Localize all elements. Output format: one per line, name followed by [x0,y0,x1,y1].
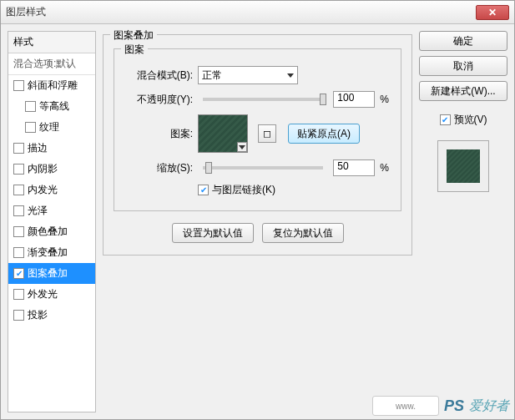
preview-label: 预览(V) [454,113,487,127]
slider-thumb[interactable] [205,162,212,174]
style-checkbox[interactable] [13,247,24,258]
chevron-down-icon[interactable] [237,142,247,152]
opacity-input[interactable]: 100 [333,91,375,108]
preview-row: 预览(V) [419,113,507,127]
style-item-label: 投影 [28,308,48,322]
close-icon: ✕ [488,7,497,18]
style-checkbox[interactable] [13,289,24,300]
style-item-label: 描边 [28,141,48,155]
section-title: 图案叠加 [110,28,157,43]
default-buttons: 设置为默认值 复位为默认值 [114,223,401,243]
scale-row: 缩放(S): 50 % [126,159,389,176]
new-preset-button[interactable]: ◻ [258,124,276,143]
style-item-label: 颜色叠加 [28,225,68,239]
snap-to-origin-button[interactable]: 贴紧原点(A) [288,124,360,144]
link-checkbox[interactable] [198,185,209,195]
scale-slider[interactable] [203,166,323,170]
style-checkbox[interactable] [13,205,24,216]
style-item[interactable]: 内阴影 [8,159,95,180]
pattern-label: 图案: [126,127,193,141]
style-item[interactable]: 纹理 [8,117,95,138]
blend-mode-select[interactable]: 正常 [198,66,298,84]
style-item[interactable]: 投影 [8,305,95,326]
blending-options-item[interactable]: 混合选项:默认 [8,53,95,75]
scale-label: 缩放(S): [126,161,193,175]
style-item[interactable]: 等高线 [8,96,95,117]
style-checkbox[interactable] [13,143,24,154]
style-item[interactable]: 图案叠加 [8,263,95,284]
style-item-label: 内发光 [28,183,58,197]
arrow-icon [239,145,245,149]
ok-button[interactable]: 确定 [419,31,507,51]
style-checkbox[interactable] [13,80,24,91]
style-item-label: 纹理 [39,120,59,134]
style-item-label: 等高线 [39,99,69,114]
blend-mode-value: 正常 [202,68,222,83]
titlebar: 图层样式 ✕ [1,1,514,24]
style-item[interactable]: 颜色叠加 [8,221,95,242]
style-checkbox[interactable] [25,122,36,133]
reset-default-button[interactable]: 复位为默认值 [262,223,344,243]
make-default-button[interactable]: 设置为默认值 [172,223,254,243]
cancel-button[interactable]: 取消 [419,56,507,76]
slider-thumb[interactable] [320,94,326,105]
link-with-layer-row: 与图层链接(K) [198,183,389,197]
pattern-picker[interactable] [198,114,248,153]
blend-mode-label: 混合模式(B): [126,68,193,83]
style-checkbox[interactable] [25,101,36,112]
style-item-label: 内阴影 [28,162,58,176]
new-style-button[interactable]: 新建样式(W)... [419,81,507,101]
style-item[interactable]: 光泽 [8,200,95,221]
blend-mode-row: 混合模式(B): 正常 [126,66,389,84]
link-label: 与图层链接(K) [212,183,275,197]
style-item[interactable]: 斜面和浮雕 [8,75,95,96]
right-panel: 确定 取消 新建样式(W)... 预览(V) [419,31,507,412]
watermark-text: 爱好者 [469,397,509,415]
style-checkbox[interactable] [13,268,24,279]
pattern-row: 图案: ◻ 贴紧原点(A) [126,114,389,153]
style-checkbox[interactable] [13,310,24,321]
style-checkbox[interactable] [13,164,24,175]
scale-input[interactable]: 50 [333,159,375,176]
layer-style-dialog: 图层样式 ✕ 样式 混合选项:默认 斜面和浮雕等高线纹理描边内阴影内发光光泽颜色… [0,0,515,420]
percent-label: % [380,162,389,174]
new-preset-icon: ◻ [263,128,271,139]
style-item-label: 渐变叠加 [28,245,68,260]
watermark-ps: PS [444,397,464,415]
style-item-label: 图案叠加 [28,266,68,281]
preview-thumbnail [437,140,489,192]
opacity-row: 不透明度(Y): 100 % [126,91,389,108]
window-title: 图层样式 [6,5,46,19]
style-item[interactable]: 渐变叠加 [8,242,95,263]
styles-header[interactable]: 样式 [8,32,95,53]
preview-checkbox[interactable] [440,114,451,125]
watermark: www. PS 爱好者 [372,396,509,416]
watermark-logo: www. [372,396,439,416]
pattern-group: 图案 混合模式(B): 正常 不透明度(Y): 100 [114,48,401,211]
style-checkbox[interactable] [13,185,24,195]
style-item-label: 光泽 [28,204,48,218]
chevron-down-icon [287,73,294,78]
close-button[interactable]: ✕ [476,5,509,20]
pattern-overlay-section: 图案叠加 图案 混合模式(B): 正常 不透明度(Y): [103,34,412,256]
style-item[interactable]: 内发光 [8,180,95,200]
style-checkbox[interactable] [13,226,24,237]
style-item-label: 斜面和浮雕 [28,78,78,93]
opacity-label: 不透明度(Y): [126,93,193,107]
opacity-slider[interactable] [203,98,323,101]
settings-panel: 图案叠加 图案 混合模式(B): 正常 不透明度(Y): [103,31,412,412]
style-item[interactable]: 外发光 [8,284,95,305]
style-item[interactable]: 描边 [8,138,95,159]
dialog-body: 样式 混合选项:默认 斜面和浮雕等高线纹理描边内阴影内发光光泽颜色叠加渐变叠加图… [1,24,514,419]
style-item-label: 外发光 [28,287,58,301]
percent-label: % [380,94,389,105]
group-title: 图案 [121,43,148,57]
preview-swatch [447,149,480,183]
styles-list-panel: 样式 混合选项:默认 斜面和浮雕等高线纹理描边内阴影内发光光泽颜色叠加渐变叠加图… [8,31,96,412]
